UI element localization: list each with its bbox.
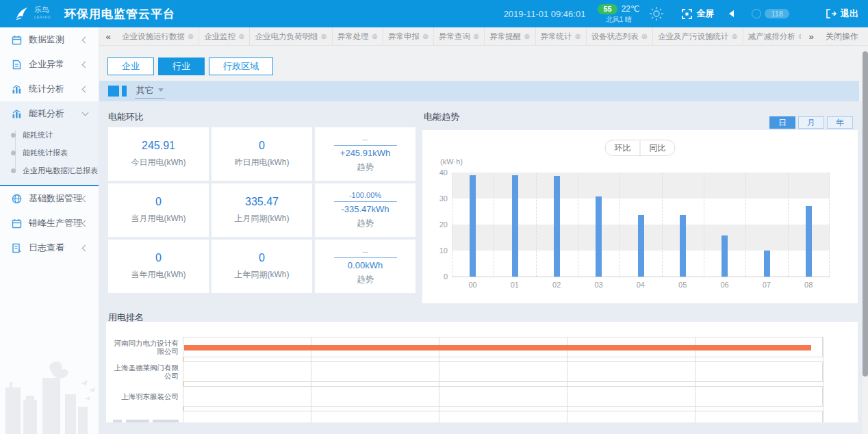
- tab-close-icon[interactable]: ⊗: [422, 32, 429, 41]
- stat-card: 245.91今日用电(kWh): [108, 127, 209, 181]
- sidebar-subitem-能耗统计[interactable]: 能耗统计: [0, 126, 99, 144]
- tab-设备状态列表[interactable]: 设备状态列表⊗: [587, 27, 653, 45]
- sidebar-item-数据监测[interactable]: 数据监测: [0, 27, 99, 52]
- grid-line: [452, 173, 452, 277]
- tab-异常处理[interactable]: 异常处理⊗: [333, 27, 383, 45]
- datetime: 2019-11-01 09:46:01: [504, 9, 586, 19]
- sidebar-item-日志查看[interactable]: 日志查看: [0, 235, 99, 260]
- tab-异常申报[interactable]: 异常申报⊗: [383, 27, 434, 45]
- tab-label: 企业设施运行数据: [122, 31, 185, 42]
- sun-icon: [649, 6, 664, 21]
- tab-异常查询[interactable]: 异常查询⊗: [434, 27, 485, 45]
- sidebar-item-错峰生产管理[interactable]: 错峰生产管理: [0, 211, 99, 235]
- sidebar-item-基础数据管理[interactable]: 基础数据管理: [0, 186, 99, 211]
- scope-button-企业[interactable]: 企业: [107, 58, 154, 75]
- sidebar-subitem-能耗统计报表[interactable]: 能耗统计报表: [0, 144, 99, 162]
- period-button-月[interactable]: 月: [798, 116, 824, 129]
- industry-dropdown[interactable]: 其它: [135, 84, 165, 99]
- legend-item-同比[interactable]: 同比: [641, 141, 675, 155]
- stats-cards-grid: 245.91今日用电(kWh)0昨日用电(kWh)--+245.91kWh趋势0…: [108, 127, 416, 293]
- bar-01: [512, 175, 518, 277]
- period-button-日[interactable]: 日: [769, 116, 795, 129]
- x-tick-label: 04: [620, 281, 661, 289]
- grid-band: [452, 173, 830, 199]
- tab-异常统计[interactable]: 异常统计⊗: [536, 27, 587, 45]
- collapse-left-icon[interactable]: [729, 10, 734, 17]
- x-tick-label: 03: [578, 281, 620, 289]
- chevron-down-icon: [158, 88, 164, 92]
- log-icon: [12, 243, 22, 253]
- close-operations-button[interactable]: 关闭操作: [821, 27, 868, 45]
- tab-close-icon[interactable]: ⊗: [238, 32, 244, 41]
- tab-label: 企业电力负荷明细: [255, 31, 318, 42]
- tab-close-icon[interactable]: ⊗: [188, 32, 194, 41]
- tab-企业电力负荷明细[interactable]: 企业电力负荷明细⊗: [250, 27, 332, 45]
- x-tick-label: 06: [704, 281, 745, 289]
- trend-value: +245.91kWh: [340, 148, 390, 158]
- grid-line: [745, 173, 746, 277]
- tab-label: 异常处理: [337, 31, 369, 42]
- scope-toggle-group: 企业行业行政区域: [107, 58, 277, 75]
- legend-item-环比[interactable]: 环比: [606, 141, 640, 155]
- tab-close-icon[interactable]: ⊗: [372, 32, 378, 41]
- aqi-badge: 55: [598, 4, 617, 14]
- tab-close-icon[interactable]: ⊗: [575, 32, 581, 41]
- logout-button[interactable]: 退出: [826, 8, 858, 20]
- scope-button-行业[interactable]: 行业: [158, 58, 205, 75]
- tabs-scroll-left-icon[interactable]: «: [99, 27, 117, 45]
- tab-企业及产污设施统计[interactable]: 企业及产污设施统计⊗: [653, 27, 743, 45]
- tab-异常提醒[interactable]: 异常提醒⊗: [485, 27, 535, 45]
- scrollbar-thumb[interactable]: [863, 51, 868, 376]
- tab-企业设施运行数据[interactable]: 企业设施运行数据⊗: [117, 27, 199, 45]
- logout-icon: [826, 9, 837, 18]
- sidebar-subitem-企业用电数据汇总报表[interactable]: 企业用电数据汇总报表: [0, 162, 99, 179]
- sidebar-item-label: 基础数据管理: [29, 192, 83, 205]
- tab-企业监控[interactable]: 企业监控⊗: [199, 27, 250, 45]
- x-tick-label: 05: [662, 281, 704, 289]
- tab-减产减排分析[interactable]: 减产减排分析⊗: [743, 27, 801, 45]
- sidebar-subitem-label: 能耗统计报表: [23, 148, 68, 158]
- chevron-down-icon: [82, 110, 89, 116]
- trend-percent: --: [363, 135, 368, 143]
- bird-logo-icon: [12, 5, 30, 23]
- sidebar-item-企业异常[interactable]: 企业异常: [0, 52, 99, 77]
- ranking-company-label: 河南同力电力设计有限公司: [110, 339, 179, 355]
- trend-section-title: 电能趋势: [424, 111, 459, 123]
- period-button-年[interactable]: 年: [827, 116, 853, 129]
- sidebar-item-能耗分析[interactable]: 能耗分析: [0, 101, 99, 126]
- sidebar-submenu: 能耗统计能耗统计报表企业用电数据汇总报表: [0, 126, 99, 179]
- industry-dropdown-value: 其它: [136, 84, 154, 97]
- ranking-row: [183, 337, 823, 357]
- trend-value: -335.47kWh: [341, 204, 389, 214]
- temperature: 22℃: [622, 5, 640, 14]
- grid-line: [662, 173, 663, 277]
- trend-label: 趋势: [357, 274, 374, 285]
- bullet-icon: [11, 133, 16, 138]
- trend-divider: [334, 257, 397, 258]
- stat-label: 当年用电(kWh): [131, 269, 186, 281]
- fullscreen-button[interactable]: 全屏: [682, 8, 714, 20]
- vertical-scrollbar[interactable]: [863, 46, 868, 434]
- doc-icon: [12, 60, 22, 70]
- trend-label: 趋势: [357, 218, 374, 229]
- notification-icon[interactable]: [752, 9, 761, 18]
- trend-divider: [334, 145, 397, 146]
- chart-legend: 环比同比: [605, 140, 676, 156]
- chart-icon: [12, 109, 22, 119]
- ranking-company-label: 上海羽东服装公司: [110, 392, 179, 400]
- tab-close-icon[interactable]: ⊗: [320, 32, 327, 41]
- tab-close-icon[interactable]: ⊗: [473, 32, 479, 41]
- trend-value: 0.00kWh: [348, 260, 383, 270]
- tabs-scroll-right-icon[interactable]: »: [801, 27, 821, 45]
- x-tick-label: 01: [494, 281, 535, 289]
- tab-close-icon[interactable]: ⊗: [641, 32, 648, 41]
- notification-count-badge[interactable]: 118: [765, 9, 789, 18]
- tab-label: 异常提醒: [489, 31, 521, 42]
- tab-close-icon[interactable]: ⊗: [731, 32, 737, 41]
- sidebar-subitem-label: 企业用电数据汇总报表: [23, 166, 98, 176]
- tab-close-icon[interactable]: ⊗: [524, 32, 530, 41]
- sidebar-item-统计分析[interactable]: 统计分析: [0, 77, 99, 101]
- trend-bar-chart: 403020100000102030405060708: [452, 173, 830, 277]
- grid-line: [494, 173, 494, 277]
- scope-button-行政区域[interactable]: 行政区域: [209, 58, 273, 75]
